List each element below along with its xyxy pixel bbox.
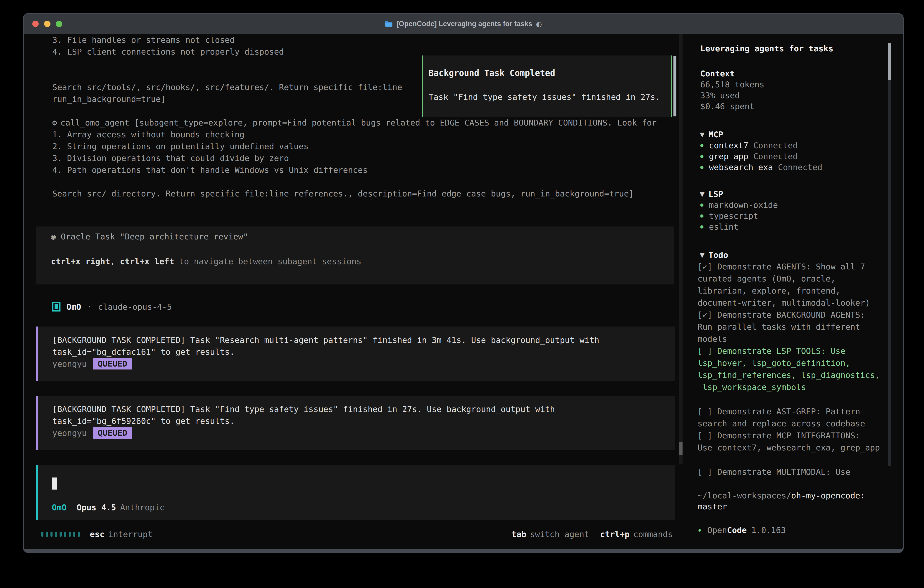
lsp-section-header[interactable]: ▼LSP (696, 189, 899, 200)
log-block-top: 3. File handles or streams not closed4. … (52, 34, 402, 117)
lsp-name: markdown-oxide (709, 200, 778, 211)
mcp-list: context7Connectedgrep_appConnectedwebsea… (696, 140, 899, 173)
tool-call-line: 4. Path operations that don't handle Win… (52, 164, 657, 176)
mcp-status: Connected (778, 162, 822, 173)
bullet-icon (698, 529, 701, 532)
bullet-icon (700, 144, 703, 147)
todo-line: [✓] Demonstrate AGENTS: Show all 7 (696, 261, 899, 273)
gear-icon: ⚙ (52, 118, 57, 127)
mcp-name: grep_app (709, 151, 748, 162)
bullet-icon (700, 215, 703, 218)
bullet-icon (700, 225, 703, 228)
sidebar: Leveraging agents for tasks Context 66,5… (696, 43, 899, 536)
mcp-status: Connected (753, 151, 798, 162)
app-window: [OpenCode] Leveraging agents for tasks ◐… (23, 13, 904, 553)
todo-line: document-writer, multimodal-looker) (696, 297, 899, 309)
log-line: run_in_background=true] (52, 93, 402, 105)
path-prefix: ~/local-workspaces/ (698, 491, 791, 500)
sidebar-scrollbar-track[interactable] (888, 43, 891, 466)
tool-call-line: Search src/ directory. Return specific f… (52, 188, 657, 200)
todo-line: models (696, 333, 899, 345)
main-scrollbar-thumb[interactable] (679, 442, 683, 455)
message-line-2: task_id="bg_6f59260c" to get results. (52, 415, 675, 427)
mcp-heading: MCP (708, 129, 723, 140)
activity-dot (64, 532, 66, 537)
esc-key-hint: esc (90, 530, 105, 539)
close-button[interactable] (32, 21, 39, 27)
message-meta: yeongyu QUEUED (52, 358, 675, 370)
todo-line: lsp_workspace_symbols (696, 381, 899, 393)
git-branch: master (696, 501, 899, 512)
todo-line: lsp_hover, lsp_goto_definition, (696, 357, 899, 369)
todo-line: [✓] Demonstrate BACKGROUND AGENTS: (696, 309, 899, 321)
prompt-input[interactable]: OmO Opus 4.5 Anthropic (36, 465, 675, 520)
activity-dot (51, 532, 53, 537)
lsp-item: eslint (696, 221, 899, 232)
lsp-list: markdown-oxidetypescripteslint (696, 200, 899, 232)
titlebar: [OpenCode] Leveraging agents for tasks ◐ (24, 14, 903, 34)
mcp-section-header[interactable]: ▼MCP (696, 129, 899, 140)
activity-dot (78, 532, 80, 537)
zoom-button[interactable] (56, 21, 62, 27)
workspace-path: ~/local-workspaces/oh-my-opencode: (696, 490, 899, 501)
context-stats: 66,518 tokens33% used$0.46 spent (696, 79, 899, 112)
terminal-content: 3. File handles or streams not closed4. … (24, 34, 903, 549)
sidebar-scrollbar-thumb[interactable] (888, 43, 891, 80)
message-author: yeongyu (52, 428, 87, 438)
input-agent-name: OmO (52, 503, 67, 512)
notification-scrollbar-thumb[interactable] (673, 56, 676, 116)
tab-key-hint: tab (512, 530, 526, 539)
status-badge: QUEUED (93, 358, 132, 370)
activity-dot (55, 532, 57, 537)
context-stat: 66,518 tokens (696, 79, 899, 90)
input-model-row: OmO Opus 4.5 Anthropic (52, 502, 165, 513)
todo-heading: Todo (708, 249, 728, 261)
app-version: OpenCode1.0.163 (696, 525, 899, 536)
message-author: yeongyu (52, 359, 87, 368)
folder-icon (385, 20, 393, 27)
mcp-item: context7Connected (696, 140, 899, 151)
todo-line: [ ] Demonstrate MULTIMODAL: Use (696, 466, 899, 478)
agent-name: OmO (66, 302, 81, 312)
minimize-button[interactable] (44, 21, 51, 27)
tool-call-intro: call_omo_agent [subagent_type=explore, p… (61, 118, 657, 127)
log-line (52, 105, 402, 117)
todo-list: [✓] Demonstrate AGENTS: Show all 7curate… (696, 261, 899, 478)
agent-icon (52, 302, 61, 312)
mcp-name: websearch_exa (709, 162, 773, 173)
context-heading: Context (696, 68, 899, 79)
todo-line: librarian, explore, frontend, (696, 285, 899, 297)
bullet-icon (700, 166, 703, 169)
oracle-task-card[interactable]: ◉ Oracle Task "Deep architecture review"… (36, 226, 674, 284)
tool-call-lines: 1. Array access without bounds checking2… (52, 129, 657, 200)
tool-call-line: 2. String operations on potentially unde… (52, 140, 657, 152)
activity-dots-indicator (41, 532, 80, 537)
todo-line: [ ] Demonstrate AST-GREP: Pattern (696, 405, 899, 418)
statusbar-right: tab switch agent ctrl+p commands (512, 529, 673, 540)
bullet-icon (700, 203, 703, 207)
record-icon: ◉ (51, 232, 61, 241)
todo-line: [ ] Demonstrate MCP INTEGRATIONS: (696, 429, 899, 441)
ctrl-p-key-hint: ctrl+p (600, 530, 630, 539)
window-controls (32, 14, 62, 34)
agent-header: OmO · claude-opus-4-5 (52, 301, 172, 313)
brand-code: Code (727, 525, 747, 536)
tool-call-line: 1. Array access without bounds checking (52, 129, 657, 140)
text-cursor (52, 477, 57, 489)
version-number: 1.0.163 (751, 525, 786, 536)
message-meta: yeongyu QUEUED (52, 427, 675, 439)
todo-section-header[interactable]: ▼Todo (696, 249, 899, 261)
context-stat: 33% used (696, 90, 899, 101)
input-model-name: Opus 4.5 (77, 503, 116, 512)
chevron-down-icon: ▼ (700, 129, 708, 140)
log-line: 3. File handles or streams not closed (52, 34, 402, 46)
lsp-name: typescript (709, 211, 758, 221)
shortcut-ctrl-x-right: ctrl+x right, (51, 257, 120, 266)
tool-call-block: ⚙call_omo_agent [subagent_type=explore, … (52, 117, 657, 200)
todo-line: curated agents (OmO, oracle, (696, 273, 899, 285)
todo-line: search and replace across codebase (696, 418, 899, 429)
brand-open: Open (707, 525, 727, 536)
main-scrollbar-track[interactable] (679, 34, 683, 464)
mcp-name: context7 (709, 140, 748, 151)
message-line-2: task_id="bg_dcfac161" to get results. (52, 346, 675, 358)
